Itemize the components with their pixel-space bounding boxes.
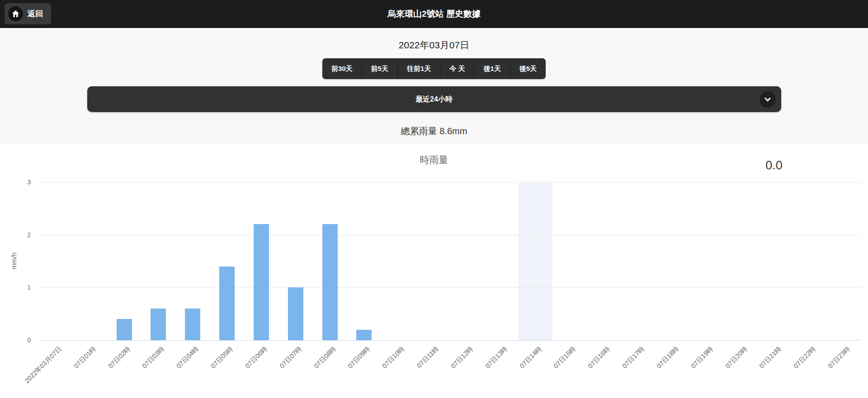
total-rainfall-label: 總累雨量 <box>401 126 437 136</box>
gridline-y-3 <box>38 182 861 183</box>
prev-30-days-button[interactable]: 前30天 <box>322 58 362 79</box>
total-rainfall-summary: 總累雨量 8.6mm <box>0 125 868 137</box>
date-nav-button-group: 前30天 前5天 往前1天 今 天 後1天 後5天 <box>322 58 546 79</box>
last-value-label: 0.0 <box>751 159 797 173</box>
rainfall-bar-07日02時[interactable] <box>117 319 132 340</box>
rainfall-bar-07日06時[interactable] <box>254 224 269 340</box>
rainfall-bar-07日04時[interactable] <box>185 309 200 340</box>
range-select-row: 最近24小時 <box>0 86 868 112</box>
controls-section: 2022年03月07日 前30天 前5天 往前1天 今 天 後1天 後5天 最近… <box>0 28 868 144</box>
y-tick-label-0: 0 <box>13 336 31 344</box>
range-select-label: 最近24小時 <box>87 86 781 112</box>
y-tick-label-3: 3 <box>13 178 31 186</box>
page-title: 烏來環山2號站 歷史數據 <box>0 0 868 28</box>
y-tick-label-1: 1 <box>13 283 31 291</box>
rainfall-bar-07日03時[interactable] <box>151 309 166 340</box>
current-date: 2022年03月07日 <box>0 28 868 52</box>
gridline-y-2 <box>38 235 861 235</box>
x-axis-line <box>38 340 861 341</box>
top-bar: 返回 烏來環山2號站 歷史數據 <box>0 0 868 28</box>
chart-title: 時雨量 <box>0 154 868 166</box>
rainfall-bar-07日08時[interactable] <box>322 224 338 340</box>
y-axis-title: mm/h <box>10 248 18 275</box>
rainfall-bar-07日07時[interactable] <box>288 287 303 340</box>
today-button[interactable]: 今 天 <box>440 58 474 79</box>
next-5-days-button[interactable]: 後5天 <box>510 58 546 79</box>
range-select-dropdown[interactable]: 最近24小時 <box>87 86 781 112</box>
next-1-day-button[interactable]: 後1天 <box>474 58 510 79</box>
prev-1-day-button[interactable]: 往前1天 <box>398 58 440 79</box>
total-rainfall-value: 8.6mm <box>439 126 467 136</box>
gridline-y-1 <box>38 287 861 288</box>
highlight-band <box>519 182 553 340</box>
rainfall-bar-07日05時[interactable] <box>219 267 235 340</box>
chevron-down-icon[interactable] <box>760 91 776 108</box>
prev-5-days-button[interactable]: 前5天 <box>362 58 398 79</box>
y-tick-label-2: 2 <box>13 231 31 239</box>
hourly-rainfall-chart: 時雨量 0.0 mm/h 01232022年03月07日07日01時07日02時… <box>0 144 868 398</box>
rainfall-bar-07日09時[interactable] <box>356 330 372 340</box>
date-nav-row: 前30天 前5天 往前1天 今 天 後1天 後5天 <box>0 58 868 79</box>
